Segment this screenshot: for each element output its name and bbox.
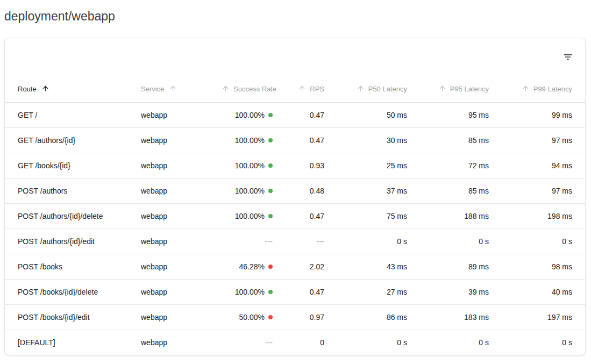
table-row[interactable]: POST /authors/{id}/edit webapp --- --- 0… bbox=[5, 229, 585, 254]
success-rate-cell: 100.00% bbox=[221, 102, 277, 127]
table-row[interactable]: POST /books webapp 46.28% 2.02 43 ms 89 … bbox=[5, 254, 585, 279]
status-dot bbox=[268, 315, 273, 319]
column-header-rps[interactable]: RPS bbox=[277, 76, 329, 102]
filter-button[interactable] bbox=[557, 46, 579, 68]
service-cell: webapp bbox=[140, 330, 221, 355]
route-cell: GET /authors/{id} bbox=[5, 127, 140, 153]
sort-ascending-icon bbox=[41, 84, 49, 92]
route-cell: POST /books/{id}/edit bbox=[5, 304, 140, 330]
sort-ascending-icon bbox=[169, 84, 177, 92]
rps-cell: 2.02 bbox=[277, 254, 329, 279]
p50-latency-cell: 43 ms bbox=[329, 254, 411, 279]
p95-latency-cell: 85 ms bbox=[411, 127, 493, 153]
p95-latency-cell: 39 ms bbox=[411, 279, 493, 304]
success-rate-cell: --- bbox=[221, 330, 277, 355]
success-rate-cell: 100.00% bbox=[221, 203, 277, 229]
status-dot bbox=[268, 290, 273, 294]
table-row[interactable]: GET /authors/{id} webapp 100.00% 0.47 30… bbox=[5, 127, 585, 153]
page-title: deployment/webapp bbox=[4, 9, 586, 24]
p95-latency-cell: 0 s bbox=[411, 229, 493, 254]
sort-ascending-icon bbox=[222, 84, 230, 92]
p95-latency-cell: 72 ms bbox=[411, 153, 493, 178]
p50-latency-cell: 0 s bbox=[329, 330, 411, 355]
success-rate-cell: 50.00% bbox=[221, 304, 277, 330]
service-cell: webapp bbox=[140, 102, 221, 127]
route-cell: GET /books/{id} bbox=[5, 153, 140, 178]
column-header-service[interactable]: Service bbox=[140, 76, 221, 102]
p99-latency-cell: 97 ms bbox=[493, 178, 585, 203]
sort-ascending-icon bbox=[522, 84, 530, 92]
table-row[interactable]: [DEFAULT] webapp --- 0 0 s 0 s 0 s bbox=[5, 330, 585, 355]
column-label: P50 Latency bbox=[368, 85, 407, 93]
column-header-p95-latency[interactable]: P95 Latency bbox=[411, 76, 493, 102]
p50-latency-cell: 50 ms bbox=[329, 102, 411, 127]
service-cell: webapp bbox=[140, 229, 221, 254]
column-header-success-rate[interactable]: Success Rate bbox=[221, 76, 277, 102]
column-header-p50-latency[interactable]: P50 Latency bbox=[329, 76, 411, 102]
route-cell: POST /authors/{id}/delete bbox=[5, 203, 140, 229]
service-cell: webapp bbox=[140, 254, 221, 279]
p95-latency-cell: 0 s bbox=[411, 330, 493, 355]
rps-cell: --- bbox=[277, 229, 329, 254]
p99-latency-cell: 94 ms bbox=[493, 153, 585, 178]
p50-latency-cell: 27 ms bbox=[329, 279, 411, 304]
routes-card: Route Service Success Rate RPS P50 Laten… bbox=[4, 38, 586, 355]
table-row[interactable]: POST /books/{id}/edit webapp 50.00% 0.97… bbox=[5, 304, 585, 330]
filter-list-icon bbox=[562, 52, 573, 62]
column-label: Success Rate bbox=[233, 85, 276, 93]
rps-cell: 0.47 bbox=[277, 203, 329, 229]
route-cell: POST /books bbox=[5, 254, 140, 279]
route-cell: POST /authors bbox=[5, 178, 140, 203]
column-label: Service bbox=[141, 85, 164, 93]
p99-latency-cell: 0 s bbox=[493, 330, 585, 355]
column-label: Route bbox=[18, 85, 37, 93]
column-header-route[interactable]: Route bbox=[5, 76, 140, 102]
success-rate-cell: 100.00% bbox=[221, 279, 277, 304]
p99-latency-cell: 99 ms bbox=[493, 102, 585, 127]
column-label: P95 Latency bbox=[450, 85, 489, 93]
status-dot bbox=[268, 189, 273, 193]
success-rate-cell: 100.00% bbox=[221, 153, 277, 178]
table-header-row: Route Service Success Rate RPS P50 Laten… bbox=[5, 76, 585, 102]
route-cell: [DEFAULT] bbox=[5, 330, 140, 355]
rps-cell: 0.47 bbox=[277, 127, 329, 153]
p99-latency-cell: 198 ms bbox=[493, 203, 585, 229]
column-label: P99 Latency bbox=[533, 85, 572, 93]
table-row[interactable]: POST /authors webapp 100.00% 0.48 37 ms … bbox=[5, 178, 585, 203]
column-header-p99-latency[interactable]: P99 Latency bbox=[493, 76, 585, 102]
p50-latency-cell: 37 ms bbox=[329, 178, 411, 203]
status-dot bbox=[268, 113, 273, 117]
status-dot bbox=[268, 265, 273, 269]
p99-latency-cell: 197 ms bbox=[493, 304, 585, 330]
route-cell: POST /authors/{id}/edit bbox=[5, 229, 140, 254]
rps-cell: 0.93 bbox=[277, 153, 329, 178]
success-rate-cell: 100.00% bbox=[221, 127, 277, 153]
status-dot bbox=[268, 214, 273, 218]
sort-ascending-icon bbox=[298, 84, 306, 92]
success-rate-cell: 100.00% bbox=[221, 178, 277, 203]
rps-cell: 0.48 bbox=[277, 178, 329, 203]
success-rate-cell: --- bbox=[221, 229, 277, 254]
p95-latency-cell: 188 ms bbox=[411, 203, 493, 229]
p50-latency-cell: 86 ms bbox=[329, 304, 411, 330]
column-label: RPS bbox=[310, 85, 324, 93]
service-cell: webapp bbox=[140, 304, 221, 330]
success-rate-cell: 46.28% bbox=[221, 254, 277, 279]
table-row[interactable]: POST /books/{id}/delete webapp 100.00% 0… bbox=[5, 279, 585, 304]
service-cell: webapp bbox=[140, 127, 221, 153]
table-row[interactable]: GET /books/{id} webapp 100.00% 0.93 25 m… bbox=[5, 153, 585, 178]
service-cell: webapp bbox=[140, 279, 221, 304]
table-row[interactable]: GET / webapp 100.00% 0.47 50 ms 95 ms 99… bbox=[5, 102, 585, 127]
status-dot bbox=[268, 163, 273, 168]
p95-latency-cell: 85 ms bbox=[411, 178, 493, 203]
p99-latency-cell: 0 s bbox=[493, 229, 585, 254]
rps-cell: 0 bbox=[277, 330, 329, 355]
table-toolbar bbox=[5, 38, 585, 76]
table-body: GET / webapp 100.00% 0.47 50 ms 95 ms 99… bbox=[5, 102, 585, 355]
p99-latency-cell: 98 ms bbox=[493, 254, 585, 279]
p50-latency-cell: 75 ms bbox=[329, 203, 411, 229]
status-dot bbox=[268, 138, 273, 142]
service-cell: webapp bbox=[140, 178, 221, 203]
table-row[interactable]: POST /authors/{id}/delete webapp 100.00%… bbox=[5, 203, 585, 229]
rps-cell: 0.47 bbox=[277, 279, 329, 304]
